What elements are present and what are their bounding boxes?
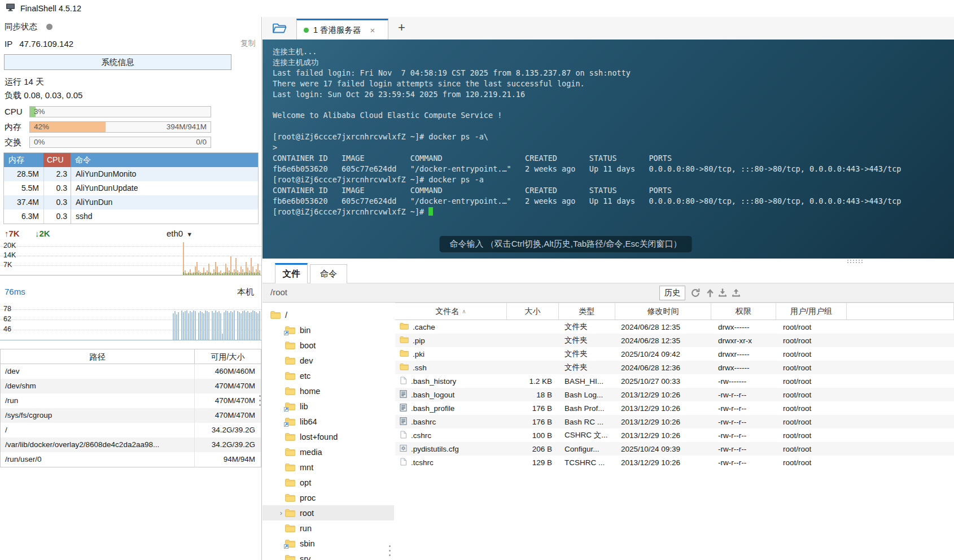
file-row-.cache[interactable]: .cache文件夹2024/06/28 12:35drwx------root/… (395, 320, 954, 334)
sync-status-label: 同步状态 (5, 21, 37, 32)
disk-size: 470M/470M (194, 408, 261, 423)
tree-node-mnt[interactable]: mnt (262, 460, 394, 475)
file-name: .pip (413, 336, 425, 345)
file-row-.bash_history[interactable]: .bash_history1.2 KBBASH_HI...2025/10/27 … (395, 374, 954, 388)
file-header-label: 权限 (736, 307, 751, 317)
ping-bar (173, 313, 174, 340)
file-tree: /binbootdevetchomeliblib64lost+foundmedi… (262, 303, 394, 560)
disk-path: /sys/fs/cgroup (1, 408, 194, 423)
ping-header: 76ms 本机 (0, 287, 262, 297)
file-row-.cshrc[interactable]: .cshrc100 BCSHRC 文...2013/12/29 10:26-rw… (395, 428, 954, 442)
new-tab-button[interactable]: + (398, 21, 405, 34)
close-tab-icon[interactable]: × (370, 25, 375, 35)
net-down-bar (200, 274, 201, 275)
file-header-3[interactable]: 修改时间 (615, 303, 711, 320)
terminal-area[interactable]: 连接主机...连接主机成功Last failed login: Fri Nov … (262, 40, 954, 259)
terminal-line: CONTAINER ID IMAGE COMMAND CREATED STATU… (273, 185, 902, 196)
expand-chevron-icon[interactable]: › (277, 509, 285, 517)
refresh-icon[interactable] (690, 288, 701, 298)
copy-ip-button[interactable]: 复制 (240, 38, 256, 49)
file-row-.pki[interactable]: .pki文件夹2025/10/24 09:42drwxr-----root/ro… (395, 347, 954, 361)
tree-node-root[interactable]: / (262, 307, 394, 322)
file-header-0[interactable]: 文件名∧ (395, 303, 507, 320)
file-row-.pip[interactable]: .pip文件夹2024/06/28 12:35drwxr-xr-xroot/ro… (395, 334, 954, 347)
tab-files[interactable]: 文件 (275, 263, 308, 283)
file-row-.bash_profile[interactable]: .bash_profile176 BBash Prof...2013/12/29… (395, 401, 954, 415)
tree-node-media[interactable]: media (262, 444, 394, 460)
file-header-4[interactable]: 权限 (711, 303, 776, 320)
tree-node-root[interactable]: ›root (262, 505, 394, 520)
terminal-line: fb6e6b053620 605c77e624dd "/docker-entry… (273, 164, 902, 174)
file-header-2[interactable]: 类型 (559, 303, 615, 320)
system-info-button[interactable]: 系统信息 (4, 54, 231, 70)
file-mtime-cell: 2024/06/28 12:35 (615, 336, 711, 345)
disk-size: 34.2G/39.2G (194, 438, 261, 452)
swap-meter-row: 交换 0% 0/0 (0, 137, 262, 148)
tree-node-srv[interactable]: srv (262, 551, 394, 560)
net-down-bar (203, 273, 204, 275)
ping-bar (198, 313, 199, 340)
ping-tick-46: 46 (3, 325, 11, 333)
tree-node-label: sbin (300, 539, 315, 548)
process-cell: 6.3M (4, 209, 43, 224)
tree-node-label: run (300, 524, 312, 533)
file-row-.tcshrc[interactable]: .tcshrc129 BTCSHRC ...2013/12/29 10:26-r… (395, 456, 954, 469)
tree-node-lost+found[interactable]: lost+found (262, 429, 394, 444)
tree-node-proc[interactable]: proc (262, 490, 394, 505)
upload-icon[interactable] (731, 288, 741, 298)
file-perm-cell: drwx------ (711, 364, 776, 372)
file-perm-cell: -rw-r--r-- (711, 404, 776, 413)
folder-icon (285, 341, 295, 349)
file-row-.bash_logout[interactable]: .bash_logout18 BBash Log...2013/12/29 10… (395, 388, 954, 401)
disk-path: /var/lib/docker/overlay2/8608de4c2da2aa9… (1, 438, 194, 452)
process-table-header: 内存 CPU 命令 (4, 153, 258, 167)
net-down-bar (196, 272, 198, 275)
file-type-cell: TCSHRC ... (559, 458, 615, 467)
net-down-bar (225, 272, 226, 275)
connected-dot-icon (304, 28, 309, 33)
tab-commands[interactable]: 命令 (310, 264, 347, 283)
net-down-bar (183, 272, 184, 275)
window-title: FinalShell 4.5.12 (20, 4, 81, 13)
tab-hongkong-server[interactable]: 1 香港服务器 × (296, 19, 388, 40)
file-header-5[interactable]: 用户/用户组 (776, 303, 847, 320)
tree-node-sbin[interactable]: sbin (262, 536, 394, 551)
tree-node-bin[interactable]: bin (262, 322, 394, 338)
tree-node-home[interactable]: home (262, 383, 394, 399)
title-bar: FinalShell 4.5.12 (0, 0, 954, 17)
tree-node-label: lost+found (300, 432, 338, 441)
network-header: ↑7K ↓2K eth0▼ (0, 229, 262, 239)
file-name-cell: .bash_history (395, 377, 507, 386)
parent-directory-icon[interactable] (705, 288, 715, 298)
ping-bar (252, 310, 253, 340)
download-icon[interactable] (717, 288, 728, 298)
file-header-label: 文件名 (435, 307, 459, 317)
process-cell: AliYunDun (71, 195, 258, 209)
file-size-cell: 206 B (507, 445, 559, 453)
file-row-.pydistutils.cfg[interactable]: .pydistutils.cfg206 BConfigur...2025/10/… (395, 442, 954, 456)
net-down-bar (218, 273, 220, 275)
current-path-field[interactable]: /root (270, 287, 609, 297)
connection-manager-button[interactable] (269, 20, 290, 36)
interface-selector[interactable]: eth0▼ (167, 229, 192, 238)
tree-node-dev[interactable]: dev (262, 353, 394, 368)
tree-node-boot[interactable]: boot (262, 338, 394, 353)
net-tick-20k: 20K (3, 242, 16, 250)
file-header-1[interactable]: 大小 (507, 303, 559, 320)
tree-node-lib64[interactable]: lib64 (262, 414, 394, 429)
symlink-arrow-icon (284, 331, 288, 335)
tree-node-etc[interactable]: etc (262, 368, 394, 383)
file-row-.bashrc[interactable]: .bashrc176 BBash RC ...2013/12/29 10:26-… (395, 415, 954, 428)
file-table-header[interactable]: 文件名∧大小类型修改时间权限用户/用户组 (395, 303, 954, 320)
tree-node-run[interactable]: run (262, 520, 394, 536)
file-row-.ssh[interactable]: .ssh文件夹2024/06/28 12:36drwx------root/ro… (395, 361, 954, 374)
net-down-bar (217, 273, 218, 275)
history-button[interactable]: 历史 (659, 286, 685, 300)
folder-icon (400, 322, 409, 331)
tree-node-opt[interactable]: opt (262, 475, 394, 490)
tree-node-lib[interactable]: lib (262, 399, 394, 414)
tree-splitter-handle[interactable] (388, 545, 391, 560)
command-input-hint: 命令输入 （双击Ctrl切换,Alt历史,Tab路径/命令,Esc关闭窗口） (440, 236, 692, 252)
swap-progress-bar: 0% 0/0 (29, 137, 211, 148)
sidebar-splitter-handle[interactable] (258, 395, 261, 410)
